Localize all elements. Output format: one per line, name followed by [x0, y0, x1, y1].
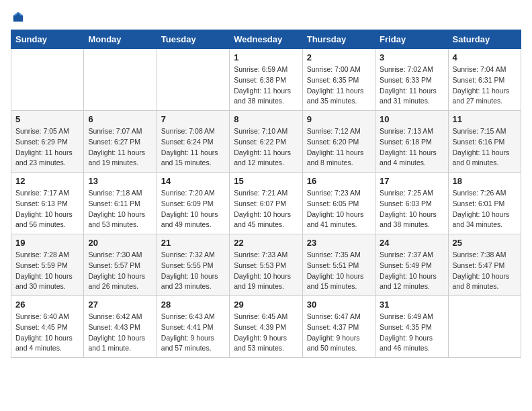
day-detail: Sunrise: 7:18 AM Sunset: 6:11 PM Dayligh… — [88, 188, 152, 230]
day-detail: Sunrise: 7:33 AM Sunset: 5:53 PM Dayligh… — [234, 250, 298, 292]
day-cell: 6Sunrise: 7:07 AM Sunset: 6:27 PM Daylig… — [84, 111, 157, 173]
day-number: 15 — [234, 176, 298, 186]
day-number: 12 — [15, 176, 79, 186]
day-number: 9 — [307, 114, 371, 124]
page-header — [11, 11, 521, 23]
day-cell — [157, 49, 229, 111]
day-cell: 16Sunrise: 7:23 AM Sunset: 6:05 PM Dayli… — [302, 173, 375, 234]
week-row-2: 5Sunrise: 7:05 AM Sunset: 6:29 PM Daylig… — [11, 111, 521, 173]
day-detail: Sunrise: 6:45 AM Sunset: 4:39 PM Dayligh… — [234, 312, 298, 354]
day-number: 30 — [307, 300, 371, 310]
day-detail: Sunrise: 7:26 AM Sunset: 6:01 PM Dayligh… — [453, 188, 517, 230]
day-cell: 14Sunrise: 7:20 AM Sunset: 6:09 PM Dayli… — [157, 173, 229, 234]
day-cell — [84, 49, 157, 111]
day-cell — [11, 49, 84, 111]
day-cell: 18Sunrise: 7:26 AM Sunset: 6:01 PM Dayli… — [448, 173, 521, 234]
svg-marker-0 — [13, 12, 23, 21]
day-cell: 2Sunrise: 7:00 AM Sunset: 6:35 PM Daylig… — [302, 49, 375, 111]
day-cell: 21Sunrise: 7:32 AM Sunset: 5:55 PM Dayli… — [157, 234, 229, 296]
day-number: 16 — [307, 176, 371, 186]
day-number: 4 — [453, 52, 517, 62]
day-number: 7 — [161, 114, 225, 124]
day-number: 28 — [161, 300, 225, 310]
day-header-tuesday: Tuesday — [157, 30, 229, 49]
day-detail: Sunrise: 7:08 AM Sunset: 6:24 PM Dayligh… — [161, 126, 225, 169]
week-row-5: 26Sunrise: 6:40 AM Sunset: 4:45 PM Dayli… — [11, 296, 521, 358]
day-cell: 20Sunrise: 7:30 AM Sunset: 5:57 PM Dayli… — [84, 234, 157, 296]
day-number: 31 — [380, 300, 443, 310]
day-number: 21 — [161, 238, 225, 248]
logo — [11, 11, 24, 23]
day-cell: 12Sunrise: 7:17 AM Sunset: 6:13 PM Dayli… — [11, 173, 84, 234]
week-row-4: 19Sunrise: 7:28 AM Sunset: 5:59 PM Dayli… — [11, 234, 521, 296]
day-detail: Sunrise: 7:30 AM Sunset: 5:57 PM Dayligh… — [88, 250, 152, 292]
day-number: 20 — [88, 238, 152, 248]
day-number: 1 — [234, 52, 298, 62]
day-cell: 22Sunrise: 7:33 AM Sunset: 5:53 PM Dayli… — [230, 234, 302, 296]
day-number: 10 — [380, 114, 443, 124]
day-detail: Sunrise: 7:15 AM Sunset: 6:16 PM Dayligh… — [453, 126, 517, 169]
day-number: 6 — [88, 114, 152, 124]
day-number: 19 — [15, 238, 79, 248]
day-cell: 27Sunrise: 6:42 AM Sunset: 4:43 PM Dayli… — [84, 296, 157, 358]
day-header-friday: Friday — [375, 30, 448, 49]
day-cell — [448, 296, 521, 358]
day-detail: Sunrise: 7:07 AM Sunset: 6:27 PM Dayligh… — [88, 126, 152, 169]
day-detail: Sunrise: 7:00 AM Sunset: 6:35 PM Dayligh… — [307, 64, 371, 107]
day-cell: 15Sunrise: 7:21 AM Sunset: 6:07 PM Dayli… — [230, 173, 302, 234]
day-number: 2 — [307, 52, 371, 62]
day-header-thursday: Thursday — [302, 30, 375, 49]
day-header-monday: Monday — [84, 30, 157, 49]
day-detail: Sunrise: 6:42 AM Sunset: 4:43 PM Dayligh… — [88, 312, 152, 354]
day-number: 27 — [88, 300, 152, 310]
day-cell: 30Sunrise: 6:47 AM Sunset: 4:37 PM Dayli… — [302, 296, 375, 358]
day-cell: 24Sunrise: 7:37 AM Sunset: 5:49 PM Dayli… — [375, 234, 448, 296]
day-cell: 25Sunrise: 7:38 AM Sunset: 5:47 PM Dayli… — [448, 234, 521, 296]
day-cell: 19Sunrise: 7:28 AM Sunset: 5:59 PM Dayli… — [11, 234, 84, 296]
day-cell: 28Sunrise: 6:43 AM Sunset: 4:41 PM Dayli… — [157, 296, 229, 358]
day-number: 26 — [15, 300, 79, 310]
day-cell: 7Sunrise: 7:08 AM Sunset: 6:24 PM Daylig… — [157, 111, 229, 173]
day-number: 8 — [234, 114, 298, 124]
day-detail: Sunrise: 7:20 AM Sunset: 6:09 PM Dayligh… — [161, 188, 225, 230]
day-detail: Sunrise: 7:37 AM Sunset: 5:49 PM Dayligh… — [380, 250, 443, 292]
week-row-1: 1Sunrise: 6:59 AM Sunset: 6:38 PM Daylig… — [11, 49, 521, 111]
calendar-header-row: SundayMondayTuesdayWednesdayThursdayFrid… — [11, 30, 521, 49]
day-cell: 13Sunrise: 7:18 AM Sunset: 6:11 PM Dayli… — [84, 173, 157, 234]
day-detail: Sunrise: 6:49 AM Sunset: 4:35 PM Dayligh… — [380, 312, 443, 354]
day-detail: Sunrise: 7:21 AM Sunset: 6:07 PM Dayligh… — [234, 188, 298, 230]
day-detail: Sunrise: 7:38 AM Sunset: 5:47 PM Dayligh… — [453, 250, 517, 292]
day-detail: Sunrise: 6:59 AM Sunset: 6:38 PM Dayligh… — [234, 64, 298, 107]
day-detail: Sunrise: 7:23 AM Sunset: 6:05 PM Dayligh… — [307, 188, 371, 230]
day-cell: 4Sunrise: 7:04 AM Sunset: 6:31 PM Daylig… — [448, 49, 521, 111]
day-detail: Sunrise: 7:05 AM Sunset: 6:29 PM Dayligh… — [15, 126, 79, 169]
day-number: 17 — [380, 176, 443, 186]
day-cell: 17Sunrise: 7:25 AM Sunset: 6:03 PM Dayli… — [375, 173, 448, 234]
calendar-table: SundayMondayTuesdayWednesdayThursdayFrid… — [11, 30, 521, 358]
day-detail: Sunrise: 7:35 AM Sunset: 5:51 PM Dayligh… — [307, 250, 371, 292]
day-detail: Sunrise: 7:32 AM Sunset: 5:55 PM Dayligh… — [161, 250, 225, 292]
day-detail: Sunrise: 7:10 AM Sunset: 6:22 PM Dayligh… — [234, 126, 298, 169]
day-number: 14 — [161, 176, 225, 186]
day-detail: Sunrise: 6:43 AM Sunset: 4:41 PM Dayligh… — [161, 312, 225, 354]
day-detail: Sunrise: 6:40 AM Sunset: 4:45 PM Dayligh… — [15, 312, 79, 354]
week-row-3: 12Sunrise: 7:17 AM Sunset: 6:13 PM Dayli… — [11, 173, 521, 234]
day-number: 25 — [453, 238, 517, 248]
day-detail: Sunrise: 7:25 AM Sunset: 6:03 PM Dayligh… — [380, 188, 443, 230]
day-detail: Sunrise: 6:47 AM Sunset: 4:37 PM Dayligh… — [307, 312, 371, 354]
day-detail: Sunrise: 7:13 AM Sunset: 6:18 PM Dayligh… — [380, 126, 443, 169]
day-detail: Sunrise: 7:17 AM Sunset: 6:13 PM Dayligh… — [15, 188, 79, 230]
day-cell: 26Sunrise: 6:40 AM Sunset: 4:45 PM Dayli… — [11, 296, 84, 358]
day-cell: 10Sunrise: 7:13 AM Sunset: 6:18 PM Dayli… — [375, 111, 448, 173]
day-cell: 1Sunrise: 6:59 AM Sunset: 6:38 PM Daylig… — [230, 49, 302, 111]
day-cell: 29Sunrise: 6:45 AM Sunset: 4:39 PM Dayli… — [230, 296, 302, 358]
day-detail: Sunrise: 7:28 AM Sunset: 5:59 PM Dayligh… — [15, 250, 79, 292]
day-cell: 8Sunrise: 7:10 AM Sunset: 6:22 PM Daylig… — [230, 111, 302, 173]
day-number: 23 — [307, 238, 371, 248]
day-detail: Sunrise: 7:04 AM Sunset: 6:31 PM Dayligh… — [453, 64, 517, 107]
day-detail: Sunrise: 7:12 AM Sunset: 6:20 PM Dayligh… — [307, 126, 371, 169]
day-number: 24 — [380, 238, 443, 248]
day-cell: 31Sunrise: 6:49 AM Sunset: 4:35 PM Dayli… — [375, 296, 448, 358]
day-number: 22 — [234, 238, 298, 248]
day-number: 5 — [15, 114, 79, 124]
